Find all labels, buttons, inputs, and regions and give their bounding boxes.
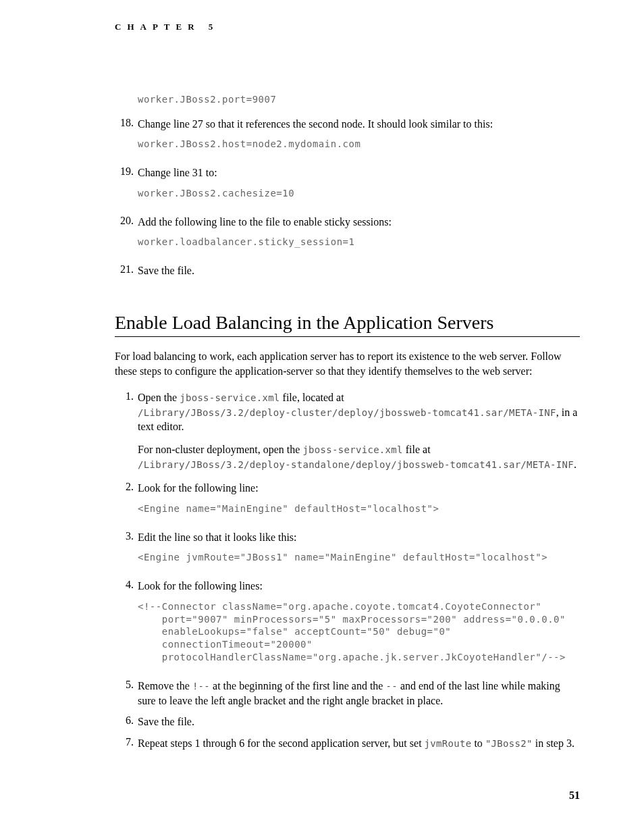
text: For non-cluster deployment, open the [138, 444, 302, 455]
section-heading: Enable Load Balancing in the Application… [115, 312, 580, 334]
list-item: 4. Look for the following lines: <!--Con… [115, 579, 580, 675]
list-number: 5. [115, 679, 138, 708]
inline-code-path: /Library/JBoss/3.2/deploy-standalone/dep… [138, 459, 574, 470]
inline-code-path: /Library/JBoss/3.2/deploy-cluster/deploy… [138, 407, 556, 418]
section-rule [115, 336, 580, 337]
list-number: 3. [115, 530, 138, 575]
list-number: 4. [115, 579, 138, 675]
page-number: 51 [569, 789, 580, 802]
code-block: worker.JBoss2.port=9007 [138, 93, 580, 106]
list-text: Edit the line so that it looks like this… [138, 531, 297, 543]
list-number: 2. [115, 481, 138, 525]
inline-code: -- [385, 681, 397, 692]
code-block: <Engine name="MainEngine" defaultHost="l… [138, 502, 580, 515]
text: Remove the [138, 680, 192, 692]
list-text: Change line 31 to: [138, 167, 217, 178]
inline-code: "JBoss2" [485, 738, 533, 749]
list-text: Change line 27 so that it references the… [138, 118, 493, 130]
list-text: Add the following line to the file to en… [138, 216, 392, 228]
list-number: 1. [115, 390, 138, 471]
list-number: 19. [115, 165, 138, 210]
text: at the beginning of the first line and t… [210, 680, 385, 692]
inline-code: jboss-service.xml [180, 392, 279, 403]
list-item: 2. Look for the following line: <Engine … [115, 481, 580, 525]
list-item: 18. Change line 27 so that it references… [115, 117, 580, 161]
list-number: 6. [115, 714, 138, 729]
inline-code: !-- [192, 681, 210, 692]
text: to [471, 737, 485, 749]
list-item: 5. Remove the !-- at the beginning of th… [115, 679, 580, 708]
document-page: CHAPTER 5 worker.JBoss2.port=9007 18. Ch… [0, 0, 644, 834]
list-text: Save the file. [138, 716, 194, 727]
list-item: 7. Repeat steps 1 through 6 for the seco… [115, 736, 580, 751]
list-text: Look for the following line: [138, 482, 259, 494]
code-block: <Engine jvmRoute="JBoss1" name="MainEngi… [138, 551, 580, 564]
list-number: 20. [115, 215, 138, 259]
text: in step 3. [533, 737, 574, 749]
text: file, located at [280, 392, 344, 403]
text: Repeat steps 1 through 6 for the second … [138, 737, 425, 749]
text: . [574, 459, 576, 470]
list-item: 3. Edit the line so that it looks like t… [115, 530, 580, 575]
list-item: 1. Open the jboss-service.xml file, loca… [115, 390, 580, 471]
inline-code: jboss-service.xml [302, 444, 402, 455]
inline-code: jvmRoute [425, 738, 472, 749]
list-item: 20. Add the following line to the file t… [115, 215, 580, 259]
chapter-label: CHAPTER 5 [115, 22, 580, 32]
code-block: <!--Connector className="org.apache.coyo… [138, 600, 580, 664]
list-number: 18. [115, 117, 138, 161]
text: Open the [138, 392, 180, 403]
list-text: Save the file. [138, 265, 194, 276]
list-item: 6. Save the file. [115, 714, 580, 729]
code-block: worker.JBoss2.host=node2.mydomain.com [138, 138, 580, 151]
list-item: 21. Save the file. [115, 263, 580, 278]
list-number: 21. [115, 263, 138, 278]
text: file at [403, 444, 431, 455]
list-item: 19. Change line 31 to: worker.JBoss2.cac… [115, 165, 580, 210]
code-block: worker.JBoss2.cachesize=10 [138, 187, 580, 200]
section-intro: For load balancing to work, each applica… [115, 349, 580, 378]
list-text: Look for the following lines: [138, 580, 263, 592]
list-number: 7. [115, 736, 138, 751]
code-block: worker.loadbalancer.sticky_session=1 [138, 236, 580, 249]
